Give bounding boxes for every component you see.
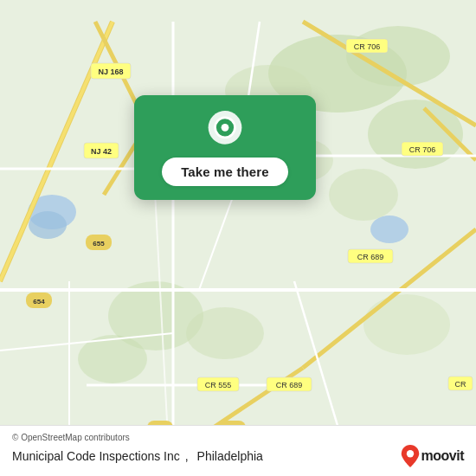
svg-text:655: 655 <box>93 240 105 248</box>
svg-point-60 <box>406 450 413 457</box>
map-background: NJ 168 NJ 42 655 654 CR 706 CR 706 CR 68… <box>0 0 476 476</box>
svg-point-13 <box>370 215 408 243</box>
location-pin-icon <box>206 111 244 149</box>
take-me-there-button[interactable]: Take me there <box>162 158 288 186</box>
svg-text:CR 706: CR 706 <box>354 42 381 51</box>
place-name: Municipal Code Inspections Inc, Philadel… <box>12 449 263 463</box>
location-popup: Take me there <box>134 95 316 200</box>
place-city-text: Philadelphia <box>197 449 263 463</box>
svg-point-5 <box>329 169 398 221</box>
svg-point-8 <box>186 307 264 359</box>
svg-point-10 <box>363 294 450 355</box>
svg-text:CR 706: CR 706 <box>409 145 436 154</box>
svg-text:NJ 168: NJ 168 <box>98 68 123 76</box>
svg-text:NJ 42: NJ 42 <box>91 147 112 156</box>
svg-point-12 <box>29 211 67 239</box>
svg-text:CR 555: CR 555 <box>205 381 232 389</box>
svg-text:CR: CR <box>455 380 466 389</box>
place-info-row: Municipal Code Inspections Inc, Philadel… <box>12 445 464 467</box>
map-attribution: © OpenStreetMap contributors <box>12 433 464 442</box>
svg-text:CR 689: CR 689 <box>276 381 303 389</box>
svg-text:CR 689: CR 689 <box>357 253 384 261</box>
svg-text:654: 654 <box>33 298 45 306</box>
moovit-text: moovit <box>421 448 464 464</box>
bottom-bar: © OpenStreetMap contributors Municipal C… <box>0 425 476 476</box>
svg-point-59 <box>222 124 229 132</box>
moovit-pin-icon <box>401 445 420 467</box>
place-name-text: Municipal Code Inspections Inc <box>12 449 180 463</box>
map-container: NJ 168 NJ 42 655 654 CR 706 CR 706 CR 68… <box>0 0 476 476</box>
moovit-logo: moovit <box>401 445 464 467</box>
